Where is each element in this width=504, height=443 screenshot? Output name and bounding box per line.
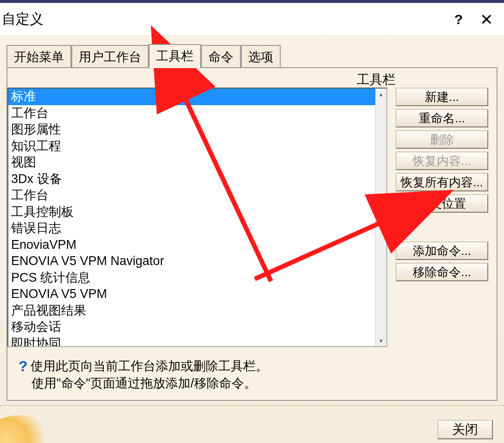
list-item[interactable]: 即时协同: [8, 335, 375, 347]
corner-graphic: [0, 415, 56, 443]
list-item[interactable]: 工作台: [8, 105, 375, 122]
list-item[interactable]: 知识工程: [8, 138, 375, 155]
titlebar: 自定义 ? ✕: [0, 3, 504, 36]
list-item[interactable]: 标准: [8, 89, 375, 105]
delete-button: 删除: [396, 130, 488, 149]
hint-line2: 使用"命令"页面通过拖放添加/移除命令。: [32, 375, 268, 392]
toolbar-label: 工具栏: [357, 71, 396, 89]
tab-user-workbench[interactable]: 用户工作台: [71, 45, 149, 68]
list-item[interactable]: 图形属性: [8, 121, 375, 138]
scroll-down-icon[interactable]: ▾: [376, 335, 386, 346]
list-item[interactable]: 产品视图结果: [8, 303, 375, 319]
tabstrip: 开始菜单 用户工作台 工具栏 命令 选项: [0, 36, 504, 67]
hint-line1: 使用此页向当前工作台添加或删除工具栏。: [31, 359, 268, 373]
restore-content-button: 恢复内容...: [396, 152, 488, 170]
rename-button[interactable]: 重命名...: [396, 109, 488, 127]
separator: [0, 405, 504, 406]
content-row: 标准工作台图形属性知识工程视图3Dx 设备工作台工具控制板错误日志EnoviaV…: [7, 88, 492, 347]
add-command-button[interactable]: 添加命令...: [396, 241, 488, 260]
toolbar-listbox[interactable]: 标准工作台图形属性知识工程视图3Dx 设备工作台工具控制板错误日志EnoviaV…: [7, 88, 387, 347]
restore-all-button[interactable]: 恢复所有内容...: [396, 173, 488, 191]
list-item[interactable]: PCS 统计信息: [8, 270, 375, 286]
list-item[interactable]: ENOVIA V5 VPM Navigator: [8, 253, 375, 270]
tab-options[interactable]: 选项: [241, 45, 281, 68]
close-icon[interactable]: ✕: [472, 10, 500, 29]
list-item[interactable]: 工具控制板: [8, 204, 375, 221]
restore-position-button[interactable]: 恢复位置: [396, 194, 488, 213]
scrollbar[interactable]: ▴ ▾: [375, 89, 386, 346]
remove-command-button[interactable]: 移除命令...: [396, 263, 488, 281]
button-column: 新建... 重命名... 删除 恢复内容... 恢复所有内容... 恢复位置 添…: [396, 88, 488, 347]
help-icon: ?: [19, 358, 31, 375]
new-button[interactable]: 新建...: [396, 88, 488, 106]
dialog-title: 自定义: [2, 10, 445, 29]
help-button[interactable]: ?: [445, 12, 472, 27]
list-item[interactable]: EnoviaVPM: [8, 237, 375, 253]
list-item[interactable]: 工作台: [8, 187, 375, 204]
list-item[interactable]: ENOVIA V5 VPM: [8, 286, 375, 303]
tab-command[interactable]: 命令: [201, 45, 241, 68]
list-item[interactable]: 3Dx 设备: [8, 171, 375, 188]
tab-toolbar[interactable]: 工具栏: [149, 44, 201, 68]
list-item[interactable]: 移动会话: [8, 319, 375, 335]
customize-dialog: 自定义 ? ✕ 开始菜单 用户工作台 工具栏 命令 选项 工具栏 标准工作台图形…: [0, 3, 504, 443]
hint-text: ?使用此页向当前工作台添加或删除工具栏。 使用"命令"页面通过拖放添加/移除命令…: [19, 358, 268, 392]
list-item[interactable]: 视图: [8, 154, 375, 171]
close-button[interactable]: 关闭: [437, 420, 493, 439]
tab-start-menu[interactable]: 开始菜单: [6, 45, 71, 68]
tab-body: 工具栏 标准工作台图形属性知识工程视图3Dx 设备工作台工具控制板错误日志Eno…: [6, 67, 498, 401]
scroll-up-icon[interactable]: ▴: [376, 89, 386, 100]
list-item[interactable]: 错误日志: [8, 220, 375, 237]
